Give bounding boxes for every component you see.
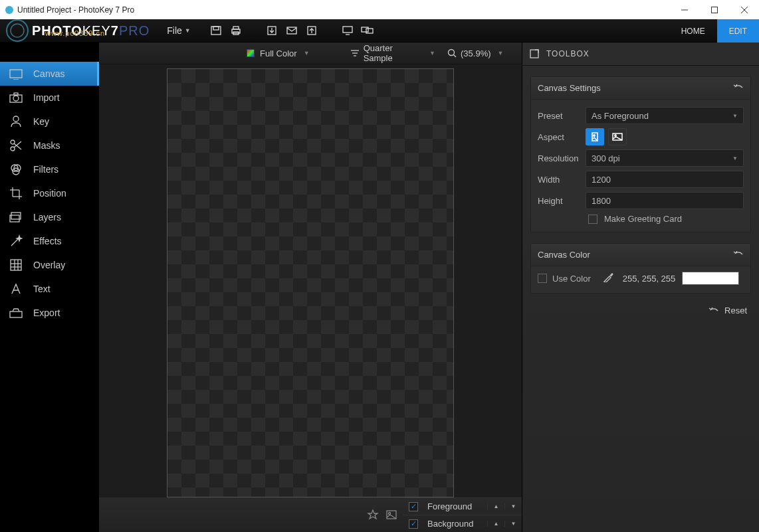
tab-edit[interactable]: EDIT	[717, 19, 759, 43]
canvas-settings-revert-button[interactable]	[733, 82, 744, 94]
toolbox-title: TOOLBOX	[546, 49, 590, 58]
camera-icon	[7, 88, 25, 107]
svg-point-5	[11, 24, 24, 37]
preset-dropdown[interactable]: As Foreground▼	[586, 107, 744, 124]
zoom-icon	[447, 48, 457, 58]
sidebar-item-import[interactable]: Import	[0, 86, 99, 110]
sidebar-item-effects[interactable]: Effects	[0, 229, 99, 253]
canvas-color-revert-button[interactable]	[733, 249, 744, 261]
sidebar-item-position[interactable]: Position	[0, 181, 99, 205]
canvas-color-section: Canvas Color Use Color 255, 255, 255	[530, 243, 751, 294]
person-icon	[7, 112, 25, 131]
sidebar-item-text[interactable]: Text	[0, 277, 99, 301]
top-bar: PHOTOKEY7PRO File▼ HOME EDIT	[0, 19, 759, 43]
watermark-text: www.pc0359.cn	[45, 29, 105, 37]
foreground-visible-checkbox[interactable]: ✓	[403, 502, 423, 511]
svg-rect-18	[362, 27, 368, 32]
foreground-up-button[interactable]: ▲	[487, 503, 504, 509]
use-color-checkbox[interactable]	[538, 274, 547, 283]
sidebar-item-masks[interactable]: Masks	[0, 133, 99, 157]
mail-icon[interactable]	[285, 24, 298, 37]
svg-rect-6	[211, 27, 221, 35]
scissors-icon	[7, 136, 25, 155]
reset-button[interactable]: Reset	[708, 306, 747, 315]
grid-icon	[7, 256, 25, 274]
svg-rect-7	[213, 27, 219, 30]
import-icon[interactable]	[265, 24, 278, 37]
layer-background-label[interactable]: Background	[423, 519, 487, 529]
svg-point-55	[594, 135, 595, 136]
image-button[interactable]	[382, 505, 401, 524]
tab-home[interactable]: HOME	[669, 19, 717, 43]
width-input[interactable]	[586, 171, 744, 188]
svg-rect-1	[711, 7, 717, 13]
monitors-icon[interactable]	[361, 24, 374, 37]
greeting-card-checkbox[interactable]	[588, 215, 597, 224]
sample-icon	[350, 49, 360, 57]
layers-icon	[7, 208, 25, 226]
color-mode-dropdown[interactable]: Full Color▼	[243, 48, 342, 58]
resolution-dropdown[interactable]: 300 dpi▼	[586, 149, 744, 167]
preset-label: Preset	[538, 111, 586, 121]
width-label: Width	[538, 175, 586, 185]
logo-icon	[4, 17, 31, 44]
canvas[interactable]	[167, 68, 454, 497]
background-down-button[interactable]: ▼	[504, 521, 522, 527]
zoom-dropdown[interactable]: (35.9%)▼	[443, 48, 516, 58]
canvas-settings-section: Canvas Settings Preset As Foreground▼ As…	[530, 76, 751, 232]
svg-rect-20	[10, 70, 22, 78]
rgb-value: 255, 255, 255	[623, 274, 676, 284]
export-icon[interactable]	[305, 24, 318, 37]
greeting-card-label: Make Greeting Card	[604, 214, 682, 224]
aspect-portrait-button[interactable]	[586, 128, 604, 145]
svg-point-4	[7, 20, 28, 41]
color-swatch[interactable]	[682, 272, 739, 285]
canvas-viewport	[99, 64, 522, 497]
layer-bar: ✓ Foreground ▲ ▼ ✓ Background ▲ ▼	[99, 497, 522, 532]
resolution-label: Resolution	[538, 153, 586, 163]
svg-rect-16	[343, 27, 352, 33]
background-visible-checkbox[interactable]: ✓	[403, 519, 423, 529]
sample-dropdown[interactable]: Quarter Sample▼	[346, 43, 439, 63]
minimize-button[interactable]	[669, 0, 699, 19]
svg-rect-40	[11, 260, 21, 270]
svg-line-39	[11, 238, 19, 246]
monitor-icon[interactable]	[341, 24, 354, 37]
view-bar: Full Color▼ Quarter Sample▼ (35.9%)▼	[99, 43, 522, 64]
crop-icon	[7, 184, 25, 203]
svg-rect-24	[14, 93, 18, 95]
use-color-label: Use Color	[552, 274, 591, 284]
export-icon	[7, 304, 25, 322]
sidebar-item-filters[interactable]: Filters	[0, 157, 99, 181]
svg-rect-53	[530, 50, 538, 58]
height-label: Height	[538, 196, 586, 206]
close-button[interactable]	[729, 0, 759, 19]
sidebar-item-export[interactable]: Export	[0, 301, 99, 325]
sidebar-item-overlay[interactable]: Overlay	[0, 253, 99, 277]
svg-rect-13	[287, 27, 296, 34]
canvas-settings-title: Canvas Settings	[538, 83, 601, 93]
title-bar: Untitled Project - PhotoKey 7 Pro	[0, 0, 759, 19]
save-icon[interactable]	[209, 24, 223, 37]
sidebar: Canvas Import Key Masks Filters Position…	[0, 43, 99, 532]
background-up-button[interactable]: ▲	[487, 521, 504, 527]
color-swatch-icon	[247, 49, 255, 57]
canvas-icon	[7, 64, 25, 83]
favorite-button[interactable]	[364, 505, 382, 524]
file-menu[interactable]: File▼	[167, 25, 190, 36]
sidebar-item-canvas[interactable]: Canvas	[0, 62, 99, 86]
effects-icon	[7, 232, 25, 250]
svg-point-57	[615, 135, 616, 136]
height-input[interactable]	[586, 192, 744, 209]
sidebar-item-key[interactable]: Key	[0, 110, 99, 133]
logo-text-4: PRO	[119, 23, 150, 38]
foreground-down-button[interactable]: ▼	[504, 503, 522, 509]
svg-rect-45	[10, 311, 22, 317]
print-icon[interactable]	[229, 24, 243, 37]
eyedropper-button[interactable]	[603, 272, 613, 285]
sidebar-item-layers[interactable]: Layers	[0, 205, 99, 229]
aspect-landscape-button[interactable]	[608, 128, 627, 145]
layer-foreground-label[interactable]: Foreground	[423, 501, 487, 511]
maximize-button[interactable]	[699, 0, 729, 19]
window-title: Untitled Project - PhotoKey 7 Pro	[17, 5, 134, 15]
